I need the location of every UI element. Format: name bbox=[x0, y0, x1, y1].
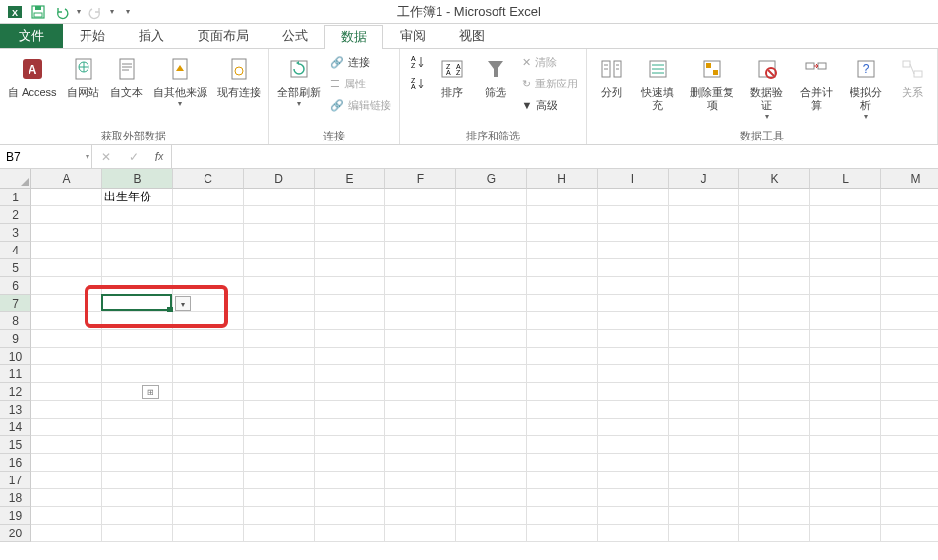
cell-H18[interactable] bbox=[527, 489, 598, 507]
cell-F7[interactable] bbox=[385, 295, 456, 312]
cell-K2[interactable] bbox=[739, 206, 810, 224]
cell-L15[interactable] bbox=[810, 436, 881, 454]
cell-L13[interactable] bbox=[810, 401, 881, 419]
cell-M16[interactable] bbox=[881, 454, 938, 472]
cell-A18[interactable] bbox=[31, 489, 102, 507]
cell-C17[interactable] bbox=[173, 472, 244, 489]
cell-C13[interactable] bbox=[173, 401, 244, 419]
cell-H20[interactable] bbox=[527, 525, 598, 542]
cell-C9[interactable] bbox=[173, 330, 244, 348]
cell-I19[interactable] bbox=[598, 507, 669, 525]
cell-K3[interactable] bbox=[739, 224, 810, 242]
row-header-4[interactable]: 4 bbox=[0, 242, 31, 259]
cell-H14[interactable] bbox=[527, 419, 598, 436]
undo-button[interactable] bbox=[51, 1, 73, 23]
cell-B8[interactable] bbox=[102, 312, 173, 330]
tab-view[interactable]: 视图 bbox=[442, 24, 501, 48]
row-header-12[interactable]: 12 bbox=[0, 383, 31, 401]
cell-I5[interactable] bbox=[598, 259, 669, 277]
row-header-10[interactable]: 10 bbox=[0, 348, 31, 365]
cell-G17[interactable] bbox=[456, 472, 527, 489]
cell-A9[interactable] bbox=[31, 330, 102, 348]
cell-E18[interactable] bbox=[315, 489, 385, 507]
cell-G2[interactable] bbox=[456, 206, 527, 224]
tab-formulas[interactable]: 公式 bbox=[265, 24, 324, 48]
cell-D14[interactable] bbox=[244, 419, 315, 436]
excel-app-icon[interactable]: X bbox=[4, 1, 26, 23]
cell-J4[interactable] bbox=[669, 242, 739, 259]
cell-L16[interactable] bbox=[810, 454, 881, 472]
cell-B9[interactable] bbox=[102, 330, 173, 348]
sort-button[interactable]: ZAAZ 排序 bbox=[432, 51, 473, 101]
cell-I2[interactable] bbox=[598, 206, 669, 224]
cell-A7[interactable] bbox=[31, 295, 102, 312]
cell-M2[interactable] bbox=[881, 206, 938, 224]
cell-H19[interactable] bbox=[527, 507, 598, 525]
cell-G9[interactable] bbox=[456, 330, 527, 348]
cell-A6[interactable] bbox=[31, 277, 102, 295]
row-header-5[interactable]: 5 bbox=[0, 259, 31, 277]
cell-L18[interactable] bbox=[810, 489, 881, 507]
cell-L5[interactable] bbox=[810, 259, 881, 277]
cell-G3[interactable] bbox=[456, 224, 527, 242]
row-header-19[interactable]: 19 bbox=[0, 507, 31, 525]
column-header-H[interactable]: H bbox=[527, 169, 598, 189]
row-header-17[interactable]: 17 bbox=[0, 472, 31, 489]
column-header-G[interactable]: G bbox=[456, 169, 527, 189]
cell-C4[interactable] bbox=[173, 242, 244, 259]
cell-F5[interactable] bbox=[385, 259, 456, 277]
cell-A15[interactable] bbox=[31, 436, 102, 454]
reapply-button[interactable]: ↻重新应用 bbox=[518, 73, 582, 94]
cell-E7[interactable] bbox=[315, 295, 385, 312]
row-header-6[interactable]: 6 bbox=[0, 277, 31, 295]
cell-B5[interactable] bbox=[102, 259, 173, 277]
cell-M19[interactable] bbox=[881, 507, 938, 525]
cell-L2[interactable] bbox=[810, 206, 881, 224]
cell-M17[interactable] bbox=[881, 472, 938, 489]
cell-D12[interactable] bbox=[244, 383, 315, 401]
cell-L9[interactable] bbox=[810, 330, 881, 348]
cell-B1[interactable]: 出生年份 bbox=[102, 189, 173, 206]
cell-J11[interactable] bbox=[669, 365, 739, 383]
tab-review[interactable]: 审阅 bbox=[383, 24, 442, 48]
cell-D19[interactable] bbox=[244, 507, 315, 525]
cell-J16[interactable] bbox=[669, 454, 739, 472]
cell-B3[interactable] bbox=[102, 224, 173, 242]
filter-button[interactable]: 筛选 bbox=[475, 51, 516, 101]
cell-E17[interactable] bbox=[315, 472, 385, 489]
cell-A11[interactable] bbox=[31, 365, 102, 383]
cell-E11[interactable] bbox=[315, 365, 385, 383]
cell-L4[interactable] bbox=[810, 242, 881, 259]
cell-F4[interactable] bbox=[385, 242, 456, 259]
edit-links-button[interactable]: 🔗编辑链接 bbox=[326, 94, 395, 116]
relationships-button[interactable]: 关系 bbox=[892, 51, 933, 101]
cell-F2[interactable] bbox=[385, 206, 456, 224]
cell-M1[interactable] bbox=[881, 189, 938, 206]
formula-input[interactable] bbox=[172, 145, 938, 168]
cell-I18[interactable] bbox=[598, 489, 669, 507]
cell-M9[interactable] bbox=[881, 330, 938, 348]
cell-L19[interactable] bbox=[810, 507, 881, 525]
cell-A12[interactable] bbox=[31, 383, 102, 401]
cell-A17[interactable] bbox=[31, 472, 102, 489]
cell-K7[interactable] bbox=[739, 295, 810, 312]
cell-E6[interactable] bbox=[315, 277, 385, 295]
cell-M14[interactable] bbox=[881, 419, 938, 436]
row-header-20[interactable]: 20 bbox=[0, 525, 31, 542]
cell-J9[interactable] bbox=[669, 330, 739, 348]
row-header-18[interactable]: 18 bbox=[0, 489, 31, 507]
cell-H1[interactable] bbox=[527, 189, 598, 206]
cell-H4[interactable] bbox=[527, 242, 598, 259]
formula-cancel-button[interactable]: ✕ bbox=[92, 145, 120, 168]
cell-B17[interactable] bbox=[102, 472, 173, 489]
cell-C19[interactable] bbox=[173, 507, 244, 525]
cell-I6[interactable] bbox=[598, 277, 669, 295]
cell-I1[interactable] bbox=[598, 189, 669, 206]
cell-K16[interactable] bbox=[739, 454, 810, 472]
insert-function-button[interactable]: fx bbox=[147, 150, 171, 164]
connections-button[interactable]: 🔗连接 bbox=[326, 51, 395, 73]
row-header-7[interactable]: 7 bbox=[0, 295, 31, 312]
qat-customize-dropdown[interactable]: ▾ bbox=[124, 7, 132, 16]
cell-H5[interactable] bbox=[527, 259, 598, 277]
cell-G16[interactable] bbox=[456, 454, 527, 472]
